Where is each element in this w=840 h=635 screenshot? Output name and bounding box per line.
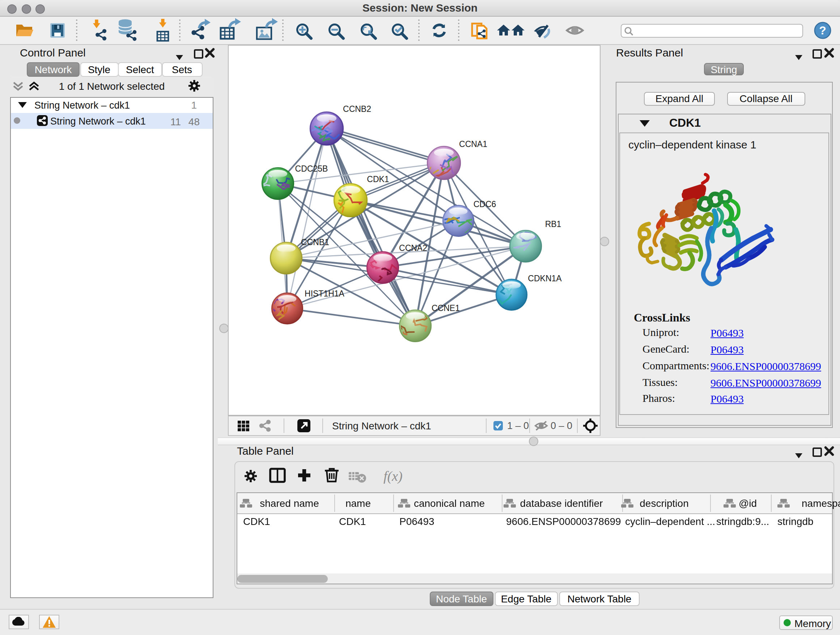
svg-text:String Network – cdk1: String Network – cdk1 — [332, 420, 431, 431]
svg-text:CCNB1: CCNB1 — [301, 238, 329, 247]
svg-text:description: description — [639, 498, 688, 509]
svg-text:database identifier: database identifier — [520, 498, 603, 509]
svg-text:CDK1: CDK1 — [367, 174, 389, 184]
svg-text:CDK1: CDK1 — [243, 516, 270, 527]
svg-text:RB1: RB1 — [545, 219, 561, 229]
svg-text:1 – 0: 1 – 0 — [507, 420, 529, 431]
svg-text:P06493: P06493 — [399, 516, 434, 527]
svg-text:namespace: namespace — [801, 498, 840, 509]
svg-text:stringdb: stringdb — [777, 516, 813, 527]
svg-text:CDKN1A: CDKN1A — [528, 274, 562, 283]
svg-text:CCNE1: CCNE1 — [431, 303, 460, 313]
svg-text:shared name: shared name — [259, 498, 318, 509]
svg-text:HIST1H1A: HIST1H1A — [305, 289, 345, 298]
svg-text:@id: @id — [738, 498, 756, 509]
svg-text:cyclin–dependent ...: cyclin–dependent ... — [625, 516, 715, 527]
svg-text:CCNA1: CCNA1 — [459, 139, 487, 149]
svg-text:CDC25B: CDC25B — [295, 164, 328, 173]
svg-text:canonical name: canonical name — [414, 498, 485, 509]
svg-text:f(x): f(x) — [383, 469, 402, 484]
svg-text:9606.ENSP00000378699: 9606.ENSP00000378699 — [506, 516, 621, 527]
svg-text:CCNA2: CCNA2 — [399, 243, 427, 253]
svg-text:?: ? — [819, 24, 826, 37]
svg-text:name: name — [345, 498, 370, 509]
svg-text:CCNB2: CCNB2 — [343, 104, 371, 114]
svg-text:CDK1: CDK1 — [339, 516, 366, 527]
svg-text:stringdb:9...: stringdb:9... — [716, 516, 769, 527]
svg-text:0 – 0: 0 – 0 — [550, 420, 572, 431]
svg-text:CDC6: CDC6 — [474, 200, 496, 209]
